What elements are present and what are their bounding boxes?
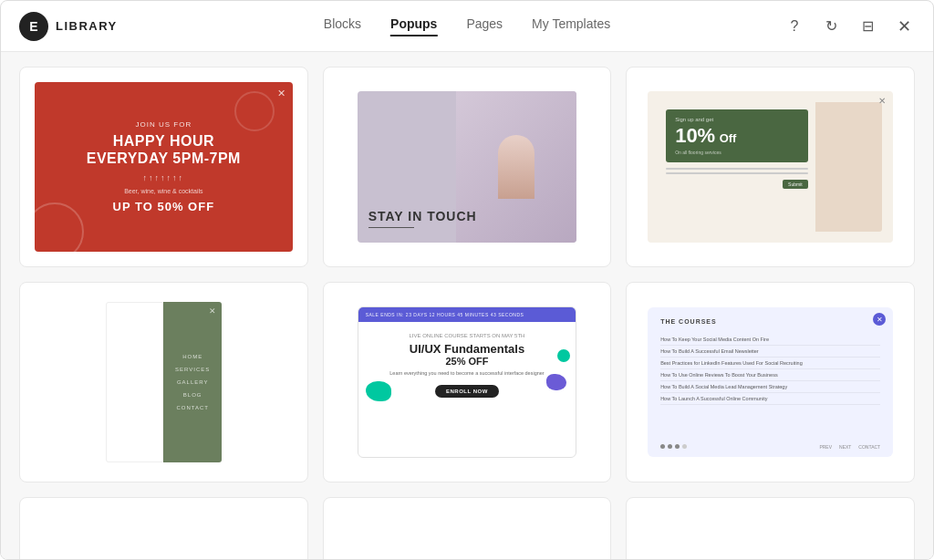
nav-tabs: Blocks Popups Pages My Templates <box>324 16 610 36</box>
tab-popups[interactable]: Popups <box>390 16 437 36</box>
card-inner: ✕ THE COURSES How To Keep Your Social Me… <box>641 297 899 466</box>
nav-contact[interactable]: CONTACT <box>858 444 880 450</box>
c2-figure <box>498 135 534 199</box>
template-card-empty-2[interactable] <box>323 497 612 560</box>
courses-popup: ✕ THE COURSES How To Keep Your Social Me… <box>648 307 893 456</box>
popup-close-x: ✕ <box>878 96 886 106</box>
card5-description: Learn everything you need to become a su… <box>389 370 544 378</box>
main-title: HAPPY HOUREVERYDAY 5PM-7PM <box>87 132 241 167</box>
card-inner: ✕ Sign up and get 10% Off On all floorin… <box>641 82 899 251</box>
template-card-courses[interactable]: ✕ THE COURSES How To Keep Your Social Me… <box>626 282 915 482</box>
popup-close-x: ✕ <box>277 88 285 99</box>
template-card-empty-3[interactable] <box>626 497 915 560</box>
ten-percent-off-popup: ✕ Sign up and get 10% Off On all floorin… <box>648 91 893 244</box>
course-item-4: How To Use Online Reviews To Boost Your … <box>660 369 880 381</box>
template-card-empty-1[interactable] <box>19 497 308 560</box>
card3-side <box>815 102 883 233</box>
card4-white-panel <box>106 302 164 462</box>
card3-main: Sign up and get 10% Off On all flooring … <box>659 102 815 233</box>
menu-item-services: SERVICES <box>175 367 210 372</box>
card-inner: ✕ JOIN US FOR HAPPY HOUREVERYDAY 5PM-7PM… <box>35 82 293 251</box>
card6-footer: PREV NEXT CONTACT <box>660 444 880 450</box>
card6-nav: PREV NEXT CONTACT <box>819 444 880 450</box>
dot-3 <box>675 444 680 449</box>
card5-header: SALE ENDS IN: 23 DAYS 12 HOURS 45 MINUTE… <box>358 307 576 322</box>
card3-green-banner: Sign up and get 10% Off On all flooring … <box>666 109 808 162</box>
card4-green-panel: ✕ HOME SERVICES GALLERY BLOG CONTACT <box>163 302 222 462</box>
template-card-stay-in-touch[interactable]: STAY IN TOUCH <box>323 67 612 267</box>
card6-close-btn: ✕ <box>873 313 886 326</box>
template-card-uiux[interactable]: SALE ENDS IN: 23 DAYS 12 HOURS 45 MINUTE… <box>323 282 612 482</box>
c3-off-text: Off <box>720 131 737 145</box>
c2-line <box>368 227 414 228</box>
card5-off: 25% OFF <box>445 356 488 367</box>
c3-small-text: Sign up and get <box>675 117 799 122</box>
logo-text: LIBRARY <box>56 19 118 33</box>
sub-text: Beer, wine, wine & cocktails <box>124 188 202 194</box>
course-item-5: How To Build A Social Media Lead Managem… <box>660 381 880 393</box>
dot-4 <box>682 444 687 449</box>
header: E LIBRARY Blocks Popups Pages My Templat… <box>1 1 933 52</box>
course-item-1: How To Keep Your Social Media Content On… <box>660 334 880 346</box>
logo-area: E LIBRARY <box>19 12 129 41</box>
card5-subtitle: LIVE ONLINE COURSE STARTS ON MAY 5TH <box>410 333 525 338</box>
template-card-happy-hour[interactable]: ✕ JOIN US FOR HAPPY HOUREVERYDAY 5PM-7PM… <box>19 67 308 267</box>
course-item-2: How To Build A Successful Email Newslett… <box>660 346 880 358</box>
course-item-3: Best Practices for LinkedIn Features Use… <box>660 358 880 369</box>
card5-header-text: SALE ENDS IN: 23 DAYS 12 HOURS 45 MINUTE… <box>366 312 524 317</box>
c3-submit-btn[interactable]: Submit <box>783 180 808 189</box>
blob-2 <box>546 374 566 390</box>
card4-close-x: ✕ <box>209 306 216 316</box>
decoration: ↑↑↑↑↑↑↑ <box>143 173 185 182</box>
tab-pages[interactable]: Pages <box>466 16 503 36</box>
discount-text: UP TO 50% OFF <box>113 200 215 213</box>
join-text: JOIN US FOR <box>135 120 192 129</box>
blob-3 <box>557 349 570 362</box>
nav-prev[interactable]: PREV <box>819 444 832 450</box>
header-actions: ? ↻ ⊟ ✕ <box>784 16 915 37</box>
refresh-icon[interactable]: ↻ <box>820 16 842 37</box>
c3-percent: 10% <box>675 124 715 147</box>
save-icon[interactable]: ⊟ <box>856 16 878 37</box>
card5-title: UI/UX Fundamentals <box>410 342 524 357</box>
enroll-button[interactable]: ENROLL NOW <box>435 385 499 398</box>
close-icon[interactable]: ✕ <box>893 16 915 37</box>
template-card-mobile-menu[interactable]: ✕ HOME SERVICES GALLERY BLOG CONTACT <box>19 282 308 482</box>
stay-in-touch-popup: STAY IN TOUCH <box>358 91 577 244</box>
logo-icon: E <box>19 12 48 41</box>
card-inner: SALE ENDS IN: 23 DAYS 12 HOURS 45 MINUTE… <box>337 297 596 466</box>
c3-subtitle: On all flooring services <box>675 150 799 155</box>
nav-next[interactable]: NEXT <box>839 444 851 450</box>
help-icon[interactable]: ? <box>784 16 805 37</box>
card-inner: STAY IN TOUCH <box>337 82 596 251</box>
c3-input-1 <box>666 168 808 170</box>
tab-my-templates[interactable]: My Templates <box>532 16 610 36</box>
c3-input-2 <box>666 172 808 174</box>
dot-2 <box>668 444 672 449</box>
happy-hour-popup: ✕ JOIN US FOR HAPPY HOUREVERYDAY 5PM-7PM… <box>35 82 293 251</box>
dot-1 <box>660 444 665 449</box>
template-card-10-percent-off[interactable]: ✕ Sign up and get 10% Off On all floorin… <box>626 67 915 267</box>
c2-title: STAY IN TOUCH <box>368 209 477 223</box>
card-inner: ✕ HOME SERVICES GALLERY BLOG CONTACT <box>35 297 293 466</box>
menu-item-contact: CONTACT <box>176 405 209 410</box>
menu-item-home: HOME <box>182 354 202 359</box>
template-grid: ✕ JOIN US FOR HAPPY HOUREVERYDAY 5PM-7PM… <box>19 67 915 560</box>
mobile-menu-popup: ✕ HOME SERVICES GALLERY BLOG CONTACT <box>106 302 222 462</box>
card6-dots <box>660 444 687 449</box>
card6-title: THE COURSES <box>660 318 880 325</box>
tab-blocks[interactable]: Blocks <box>324 16 361 36</box>
menu-item-gallery: GALLERY <box>177 379 209 385</box>
menu-item-blog: BLOG <box>183 392 202 398</box>
course-item-6: How To Launch A Successful Online Commun… <box>660 393 880 405</box>
card3-form: Submit <box>666 168 808 189</box>
card5-body: LIVE ONLINE COURSE STARTS ON MAY 5TH UI/… <box>358 322 576 409</box>
blob-1 <box>366 381 391 401</box>
content-area: ✕ JOIN US FOR HAPPY HOUREVERYDAY 5PM-7PM… <box>1 52 933 560</box>
uiux-popup: SALE ENDS IN: 23 DAYS 12 HOURS 45 MINUTE… <box>358 306 577 459</box>
